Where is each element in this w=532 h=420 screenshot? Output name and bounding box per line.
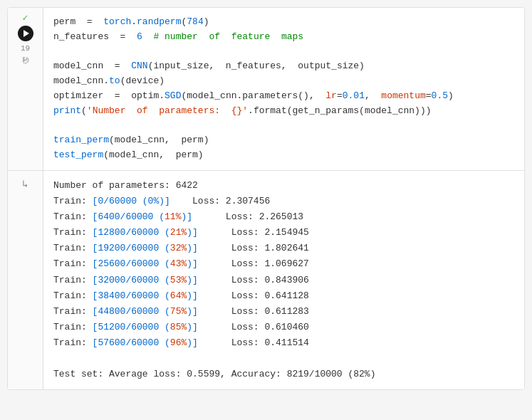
code-line-1: perm = torch.randperm(784) <box>53 15 514 30</box>
output-line-test: Test set: Average loss: 0.5599, Accuracy… <box>53 367 514 382</box>
code-editor[interactable]: perm = torch.randperm(784) n_features = … <box>43 8 524 170</box>
code-line-5: model_cnn.to(device) <box>53 74 514 89</box>
output-line-7: Train: [32000/60000 (53%)] Loss: 0.84390… <box>53 273 514 288</box>
output-icon: ↳ <box>22 178 28 189</box>
code-line-4: model_cnn = CNN(input_size, n_features, … <box>53 59 514 74</box>
output-line-1: Number of parameters: 6422 <box>53 178 514 194</box>
output-line-6: Train: [25600/60000 (43%)] Loss: 1.06962… <box>53 256 514 272</box>
code-line-10: test_perm(model_cnn, perm) <box>53 148 514 163</box>
output-line-11: Train: [57600/60000 (96%)] Loss: 0.41151… <box>53 335 514 351</box>
output-gutter: ↳ <box>8 171 43 389</box>
code-line-6: optimizer = optim.SGD(model_cnn.paramete… <box>53 89 514 104</box>
cell-output-section: ↳ Number of parameters: 6422 Train: [0/6… <box>8 171 524 389</box>
output-line-3: Train: [6400/60000 (11%)] Loss: 2.265013 <box>53 209 514 225</box>
run-check-icon: ✓ <box>23 14 28 23</box>
code-line-9: train_perm(model_cnn, perm) <box>53 133 514 148</box>
cell-seconds: 秒 <box>22 56 29 65</box>
output-line-8: Train: [38400/60000 (64%)] Loss: 0.64112… <box>53 288 514 304</box>
cell-number: 19 <box>21 44 30 53</box>
code-line-3 <box>53 45 514 60</box>
output-line-2: Train: [0/60000 (0%)] Loss: 2.307456 <box>53 194 514 209</box>
code-line-2: n_features = 6 # number of feature maps <box>53 30 514 45</box>
output-line-10: Train: [51200/60000 (85%)] Loss: 0.61046… <box>53 320 514 335</box>
output-content: Number of parameters: 6422 Train: [0/600… <box>43 171 524 389</box>
code-line-7: print('Number of parameters: {}'.format(… <box>53 104 514 119</box>
code-line-8 <box>53 119 514 134</box>
output-line-4: Train: [12800/60000 (21%)] Loss: 2.15494… <box>53 225 514 241</box>
output-line-5: Train: [19200/60000 (32%)] Loss: 1.80264… <box>53 241 514 256</box>
cell-gutter: ✓ 19 秒 <box>8 8 43 170</box>
output-line-blank <box>53 351 514 367</box>
cell-input-section: ✓ 19 秒 perm = torch.randperm(784) n_feat… <box>8 8 524 171</box>
run-button[interactable] <box>18 26 33 41</box>
notebook-cell: ✓ 19 秒 perm = torch.randperm(784) n_feat… <box>7 7 525 390</box>
output-line-9: Train: [44800/60000 (75%)] Loss: 0.61128… <box>53 304 514 320</box>
